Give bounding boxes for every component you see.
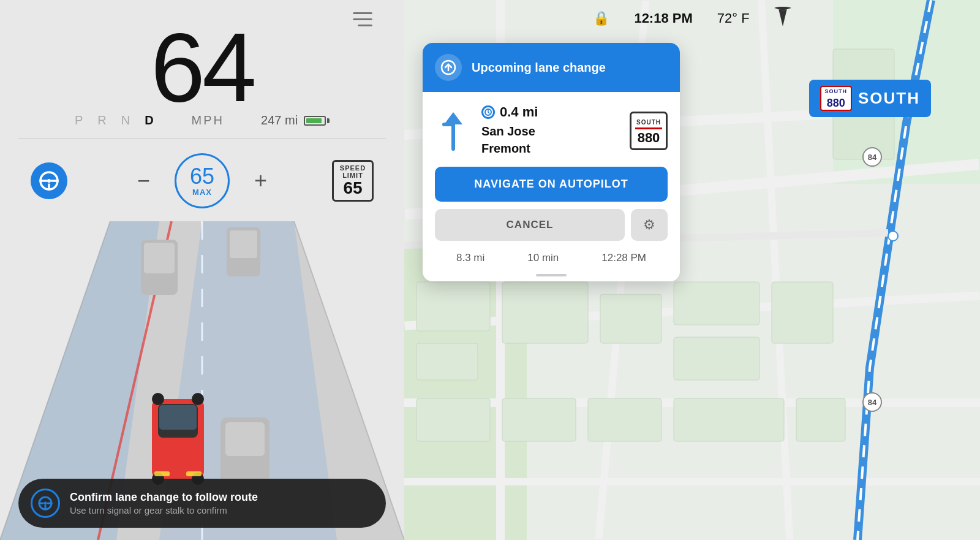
nav-header-title: Upcoming lane change [472, 61, 606, 75]
highway-number: 880 [636, 130, 661, 146]
divider [18, 138, 386, 139]
highway-sign-text: SOUTH [858, 89, 920, 108]
highway-label: SOUTH [636, 119, 661, 126]
cancel-row: CANCEL ⚙ [435, 209, 668, 241]
nav-route-info: 0.4 mi San Jose Fremont [481, 104, 620, 157]
svg-rect-26 [154, 471, 170, 476]
status-time: 12:18 PM [634, 10, 692, 26]
highway-sign-num: 880 [827, 97, 845, 108]
trip-duration: 10 min [527, 252, 559, 264]
highway-badge: SOUTH 880 [630, 112, 668, 150]
gear-p[interactable]: P [75, 113, 84, 127]
left-panel: 64 P R N D MPH 247 mi [0, 0, 404, 540]
lane-change-notification: Confirm lane change to follow route Use … [18, 479, 386, 528]
svg-rect-16 [144, 243, 175, 273]
highway-sign-top: SOUTH [825, 88, 848, 94]
notif-title: Confirm lane change to follow route [70, 491, 374, 504]
svg-rect-49 [502, 282, 588, 343]
nav-distance-row: 0.4 mi [481, 104, 620, 120]
trip-distance: 8.3 mi [456, 252, 484, 264]
status-temp: 72° F [717, 10, 750, 26]
speed-limit-value: 65 [334, 179, 372, 198]
autopilot-steering-button[interactable] [31, 162, 67, 199]
route-84-badge-top: 84 [862, 147, 882, 167]
svg-rect-52 [674, 337, 760, 380]
highway-badge-container: SOUTH 880 [630, 112, 668, 150]
turn-arrow-icon [435, 106, 472, 155]
speed-decrease-button[interactable]: − [137, 170, 150, 192]
svg-rect-47 [417, 282, 490, 331]
battery-icon [304, 116, 330, 126]
speed-value: 64 [0, 18, 404, 116]
speed-set-value: 65 [190, 165, 214, 188]
tesla-logo-icon [774, 7, 791, 31]
route-84-label-bottom: 84 [868, 398, 876, 407]
svg-rect-21 [159, 405, 197, 430]
map-panel: 🔒 12:18 PM 72° F Upcoming lane change [404, 0, 980, 540]
gear-d[interactable]: D [145, 113, 154, 127]
speed-max-label: MAX [192, 188, 212, 197]
nav-card-header: Upcoming lane change [423, 43, 680, 92]
trip-stats: 8.3 mi 10 min 12:28 PM [435, 249, 668, 269]
svg-rect-0 [353, 12, 372, 14]
range-text: 247 mi [261, 113, 298, 127]
notif-text-block: Confirm lane change to follow route Use … [70, 491, 374, 515]
svg-rect-53 [772, 282, 833, 343]
lane-change-icon [435, 54, 462, 81]
gear-r[interactable]: R [97, 113, 107, 127]
trip-arrival: 12:28 PM [601, 252, 646, 264]
nav-destination: San Jose Fremont [481, 123, 620, 157]
svg-point-7 [47, 179, 51, 183]
highway-badge-sign: SOUTH 880 [820, 86, 853, 111]
speed-set-circle: 65 MAX [175, 153, 230, 208]
nav-dest-line2: Fremont [481, 142, 530, 155]
nav-distance-text: 0.4 mi [500, 104, 538, 120]
svg-rect-27 [186, 471, 202, 476]
nav-route-row: 0.4 mi San Jose Fremont SOUTH 880 [435, 104, 668, 157]
gear-row: P R N D MPH 247 mi [0, 113, 404, 127]
speed-limit-box: SPEEDLIMIT 65 [332, 160, 374, 202]
status-bar: 🔒 12:18 PM 72° F [404, 0, 980, 37]
range-info: 247 mi [261, 113, 330, 127]
svg-rect-18 [230, 230, 257, 258]
svg-rect-56 [588, 398, 662, 441]
speed-increase-button[interactable]: + [254, 170, 267, 192]
svg-rect-29 [225, 422, 265, 456]
svg-rect-54 [417, 398, 490, 441]
gear-n[interactable]: N [121, 113, 131, 127]
nav-dist-icon [481, 105, 495, 119]
svg-rect-50 [600, 294, 662, 343]
lock-icon: 🔒 [593, 10, 609, 26]
notif-subtitle: Use turn signal or gear stalk to confirm [70, 505, 374, 515]
speed-control-row: − 65 MAX + SPEEDLIMIT 65 [0, 153, 404, 208]
nav-card-body: 0.4 mi San Jose Fremont SOUTH 880 [423, 92, 680, 281]
svg-point-23 [192, 393, 204, 405]
svg-rect-51 [674, 282, 760, 325]
pull-handle [536, 274, 567, 276]
route-84-label-top: 84 [868, 153, 876, 162]
highway-880-sign: SOUTH 880 SOUTH [809, 80, 932, 117]
svg-point-22 [152, 393, 164, 405]
gear-icon: ⚙ [643, 217, 655, 233]
navigate-autopilot-button[interactable]: NAVIGATE ON AUTOPILOT [435, 167, 668, 202]
svg-rect-55 [502, 398, 576, 441]
route-84-badge-bottom: 84 [862, 392, 882, 412]
unit-label: MPH [192, 113, 224, 127]
svg-point-34 [44, 502, 47, 505]
settings-button[interactable]: ⚙ [631, 209, 668, 241]
svg-rect-41 [404, 478, 980, 485]
navigation-card: Upcoming lane change [423, 43, 680, 281]
svg-point-61 [888, 231, 898, 241]
cancel-button[interactable]: CANCEL [435, 209, 625, 241]
speed-display: 64 [0, 18, 404, 116]
speed-limit-label: SPEEDLIMIT [334, 164, 372, 179]
svg-rect-58 [796, 398, 845, 441]
notif-steering-icon [31, 489, 60, 518]
gear-selector: P R N D [75, 113, 155, 127]
svg-rect-57 [674, 398, 784, 441]
svg-rect-48 [417, 343, 478, 380]
nav-dest-line1: San Jose [481, 124, 535, 138]
